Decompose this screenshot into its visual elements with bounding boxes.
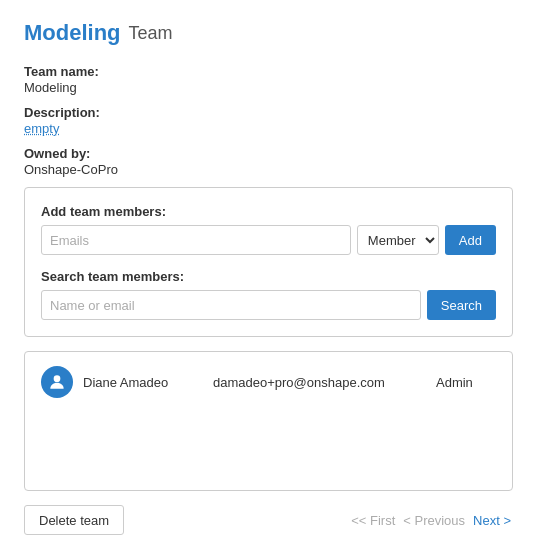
member-email: damadeo+pro@onshape.com (213, 375, 426, 390)
add-members-label: Add team members: (41, 204, 496, 219)
first-page-link[interactable]: << First (349, 509, 397, 532)
members-panel: Diane Amadeodamadeo+pro@onshape.comAdmin (24, 351, 513, 491)
team-name-label: Team name: (24, 64, 513, 79)
description-section: Description: empty (24, 105, 513, 136)
page-title: Modeling (24, 20, 121, 46)
previous-page-link[interactable]: < Previous (401, 509, 467, 532)
table-row: Diane Amadeodamadeo+pro@onshape.comAdmin (41, 366, 496, 398)
add-members-row: Member Admin Add (41, 225, 496, 255)
search-members-label: Search team members: (41, 269, 496, 284)
pagination: << First < Previous Next > (349, 509, 513, 532)
member-role: Admin (436, 375, 496, 390)
svg-point-0 (54, 375, 61, 382)
owned-by-section: Owned by: Onshape-CoPro (24, 146, 513, 177)
role-select[interactable]: Member Admin (357, 225, 439, 255)
add-search-panel: Add team members: Member Admin Add Searc… (24, 187, 513, 337)
owned-by-value: Onshape-CoPro (24, 162, 513, 177)
team-name-section: Team name: Modeling (24, 64, 513, 95)
owned-by-label: Owned by: (24, 146, 513, 161)
add-button[interactable]: Add (445, 225, 496, 255)
emails-input[interactable] (41, 225, 351, 255)
search-members-row: Search (41, 290, 496, 320)
member-name: Diane Amadeo (83, 375, 203, 390)
next-page-link[interactable]: Next > (471, 509, 513, 532)
page-subtitle: Team (129, 23, 173, 44)
description-value[interactable]: empty (24, 121, 513, 136)
avatar (41, 366, 73, 398)
delete-team-button[interactable]: Delete team (24, 505, 124, 535)
team-name-value: Modeling (24, 80, 513, 95)
footer: Delete team << First < Previous Next > (24, 505, 513, 535)
description-label: Description: (24, 105, 513, 120)
search-button[interactable]: Search (427, 290, 496, 320)
page-header: Modeling Team (24, 20, 513, 46)
search-input[interactable] (41, 290, 421, 320)
